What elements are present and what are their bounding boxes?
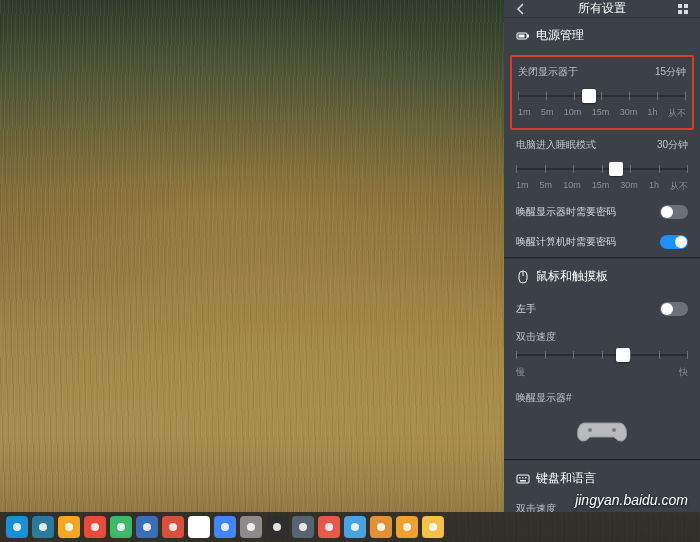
keyboard-icon <box>516 472 530 486</box>
svg-rect-2 <box>678 10 682 14</box>
svg-point-9 <box>588 428 592 432</box>
taskbar-chrome[interactable] <box>188 516 210 538</box>
svg-rect-12 <box>519 477 521 479</box>
wake-computer-pwd-label: 唤醒计算机时需要密码 <box>516 235 616 249</box>
svg-point-31 <box>403 523 411 531</box>
mouse-test-area[interactable] <box>504 407 700 459</box>
wake-display-pwd-label: 唤醒显示器时需要密码 <box>516 205 616 219</box>
svg-rect-13 <box>522 477 524 479</box>
keyboard-section-header: 键盘和语言 <box>504 461 700 496</box>
svg-point-28 <box>325 523 333 531</box>
taskbar-video[interactable] <box>136 516 158 538</box>
power-section-title: 电源管理 <box>536 27 584 44</box>
svg-point-20 <box>117 523 125 531</box>
svg-rect-6 <box>519 34 525 37</box>
taskbar-multitask[interactable] <box>32 516 54 538</box>
settings-panel: 所有设置 电源管理 关闭显示器于 15分钟 1m5m10m15m30m1h从不 … <box>504 0 700 512</box>
svg-point-29 <box>351 523 359 531</box>
panel-title: 所有设置 <box>578 0 626 17</box>
display-off-ticks: 1m5m10m15m30m1h从不 <box>518 105 686 120</box>
power-section-header: 电源管理 <box>504 18 700 53</box>
svg-rect-5 <box>527 34 529 37</box>
taskbar-store[interactable] <box>84 516 106 538</box>
mouse-section-title: 鼠标和触摸板 <box>536 268 608 285</box>
taskbar-camera[interactable] <box>344 516 366 538</box>
taskbar-browser[interactable] <box>162 516 184 538</box>
mouse-test-label: 唤醒显示器# <box>504 385 700 407</box>
svg-rect-14 <box>525 477 527 479</box>
svg-point-27 <box>299 523 307 531</box>
display-off-label: 关闭显示器于 <box>518 65 578 79</box>
wake-display-pwd-toggle[interactable] <box>660 205 688 219</box>
display-off-slider[interactable] <box>518 87 686 105</box>
taskbar-calendar[interactable] <box>214 516 236 538</box>
taskbar-control[interactable] <box>240 516 262 538</box>
taskbar <box>0 512 700 542</box>
mouse-section-header: 鼠标和触摸板 <box>504 259 700 294</box>
svg-rect-3 <box>684 10 688 14</box>
back-icon[interactable] <box>512 0 530 18</box>
panel-header: 所有设置 <box>504 0 700 18</box>
sleep-value: 30分钟 <box>657 138 688 152</box>
taskbar-eject[interactable] <box>422 516 444 538</box>
wake-computer-pwd-toggle[interactable] <box>660 235 688 249</box>
svg-point-32 <box>429 523 437 531</box>
taskbar-reader[interactable] <box>370 516 392 538</box>
dblclick-slow: 慢 <box>516 366 525 379</box>
taskbar-terminal[interactable] <box>266 516 288 538</box>
svg-point-18 <box>65 523 73 531</box>
dblclick-fast: 快 <box>679 366 688 379</box>
svg-point-17 <box>39 523 47 531</box>
svg-rect-11 <box>517 475 529 483</box>
mouse-icon <box>516 270 530 284</box>
svg-point-26 <box>273 523 281 531</box>
menu-icon[interactable] <box>674 0 692 18</box>
svg-point-10 <box>612 428 616 432</box>
display-off-highlight: 关闭显示器于 15分钟 1m5m10m15m30m1h从不 <box>510 55 694 130</box>
sleep-slider[interactable] <box>516 160 688 178</box>
svg-rect-1 <box>684 4 688 8</box>
svg-point-30 <box>377 523 385 531</box>
taskbar-files[interactable] <box>58 516 80 538</box>
battery-icon <box>516 29 530 43</box>
dblclick-slider[interactable] <box>516 346 688 364</box>
svg-point-25 <box>247 523 255 531</box>
left-hand-label: 左手 <box>516 302 536 316</box>
taskbar-system[interactable] <box>292 516 314 538</box>
taskbar-photos[interactable] <box>318 516 340 538</box>
svg-rect-0 <box>678 4 682 8</box>
sleep-label: 电脑进入睡眠模式 <box>516 138 596 152</box>
display-off-value: 15分钟 <box>655 65 686 79</box>
gamepad-icon <box>572 415 632 447</box>
taskbar-update[interactable] <box>396 516 418 538</box>
svg-point-19 <box>91 523 99 531</box>
svg-point-24 <box>221 523 229 531</box>
svg-rect-15 <box>520 480 526 482</box>
sleep-ticks: 1m5m10m15m30m1h从不 <box>516 178 688 193</box>
left-hand-toggle[interactable] <box>660 302 688 316</box>
svg-point-21 <box>143 523 151 531</box>
dblclick-label: 双击速度 <box>504 324 700 346</box>
svg-point-22 <box>169 523 177 531</box>
taskbar-music[interactable] <box>110 516 132 538</box>
taskbar-launcher[interactable] <box>6 516 28 538</box>
watermark: jingyan.baidu.com <box>575 492 688 508</box>
svg-point-23 <box>195 523 203 531</box>
svg-point-16 <box>13 523 21 531</box>
keyboard-section-title: 键盘和语言 <box>536 470 596 487</box>
